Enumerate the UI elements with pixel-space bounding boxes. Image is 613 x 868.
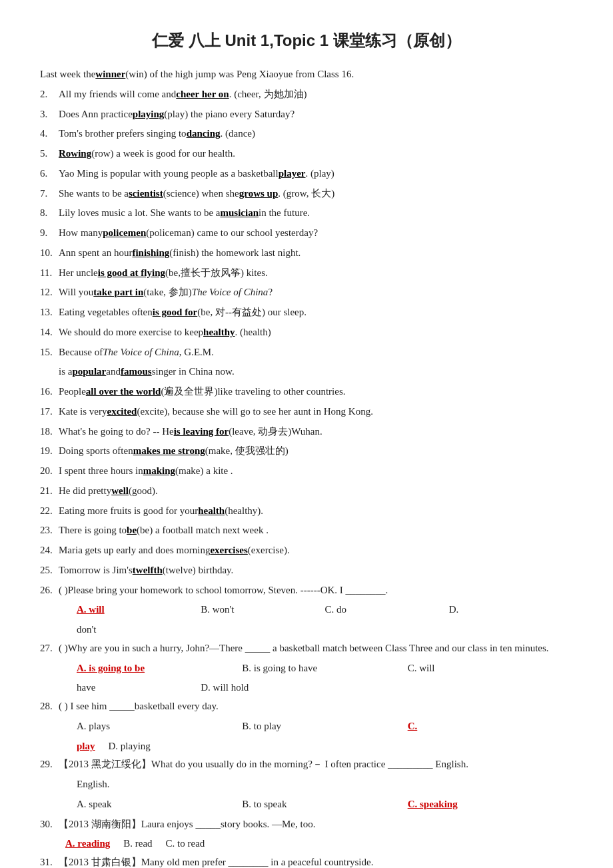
line-7: 7. She wants to be a scientist (science)… — [40, 185, 573, 203]
line-19: 19. Doing sports often makes me strong (… — [40, 442, 573, 461]
exercise-content: Last week the winner (win) of the high j… — [40, 65, 573, 868]
choice-28a: A. plays — [77, 717, 242, 736]
line-25: 25. Tomorrow is Jim's twelfth (twelve) b… — [40, 561, 573, 580]
choice-26d: D. — [449, 601, 573, 619]
line-2: 2. All my friends will come and cheer he… — [40, 85, 573, 104]
intro-text-after: (win) of the high jump was Peng Xiaoyue … — [125, 65, 354, 84]
q29-choices: A. speak B. to speak C. speaking — [40, 795, 573, 814]
line-29: 29. 【2013 黑龙江绥化】What do you usually do i… — [40, 755, 573, 774]
intro-line: Last week the winner (win) of the high j… — [40, 65, 573, 84]
line-9: 9. How many policemen (policeman) came t… — [40, 224, 573, 243]
q26-extra: don't — [40, 621, 573, 639]
line-26: 26. ( )Please bring your homework to sch… — [40, 581, 573, 600]
line-15b: is a popular and famous singer in China … — [59, 363, 573, 381]
q30-choices: A. reading B. read C. to read — [40, 835, 573, 853]
line-22: 22. Eating more fruits is good for your … — [40, 502, 573, 521]
line-28: 28. ( ) I see him _____basketball every … — [40, 697, 573, 716]
choice-26c: C. do — [325, 601, 449, 619]
q29-extra-text: English. — [40, 775, 573, 794]
line-11: 11. Her uncle is good at flying (be,擅长于放… — [40, 264, 573, 283]
line-3: 3. Does Ann practice playing (play) the … — [40, 105, 573, 124]
line-8: 8. Lily loves music a lot. She wants to … — [40, 204, 573, 223]
choice-29c: C. speaking — [408, 795, 573, 814]
line-31: 31. 【2013 甘肃白银】Many old men prefer _____… — [40, 853, 573, 868]
line-5: 5. Rowing (row) a week is good for our h… — [40, 145, 573, 163]
choice-29b: B. to speak — [242, 795, 407, 814]
line-24: 24. Maria gets up early and does morning… — [40, 541, 573, 560]
line-21: 21. He did pretty well (good). — [40, 482, 573, 501]
line-16: 16. People all over the world (遍及全世界)lik… — [40, 383, 573, 401]
choice-30a: A. reading — [65, 835, 110, 853]
choice-28c: C. — [408, 717, 573, 736]
q27-extra-row: have D. will hold — [40, 679, 573, 697]
choice-26b: B. won't — [201, 601, 324, 619]
line-10: 10. Ann spent an hour finishing (finish)… — [40, 244, 573, 263]
line-6: 6. Yao Ming is popular with young people… — [40, 165, 573, 183]
line-4: 4. Tom's brother prefers singing to danc… — [40, 125, 573, 143]
answer-winner: winner — [95, 65, 125, 84]
choice-27b: B. is going to have — [242, 659, 407, 678]
line-18: 18. What's he going to do? -- He is leav… — [40, 423, 573, 441]
choice-30c: C. to read — [166, 835, 205, 853]
intro-text-before: Last week the — [40, 65, 95, 84]
choice-30b: B. read — [123, 835, 152, 853]
line-23: 23. There is going to be (be) a football… — [40, 521, 573, 540]
q26-choices: A. will B. won't C. do D. — [40, 601, 573, 619]
q27-choices: A. is going to be B. is going to have C.… — [40, 659, 573, 678]
line-20: 20. I spent three hours in making (make)… — [40, 462, 573, 481]
q28-choices: A. plays B. to play C. — [40, 717, 573, 736]
line-15a: 15. Because of The Voice of China , G.E.… — [40, 343, 573, 362]
line-14: 14. We should do more exercise to keep h… — [40, 323, 573, 342]
q28-extra: play D. playing — [40, 737, 573, 756]
line-17: 17. Kate is very excited (excite), becau… — [40, 403, 573, 421]
choice-27c: C. will — [408, 659, 573, 678]
choice-26a: A. will — [77, 601, 201, 619]
line-30: 30. 【2013 湖南衡阳】Laura enjoys _____story b… — [40, 815, 573, 834]
choice-28b: B. to play — [242, 717, 407, 736]
page-title: 仁爱 八上 Unit 1,Topic 1 课堂练习（原创） — [40, 27, 573, 55]
choice-27a: A. is going to be — [77, 659, 242, 678]
line-13: 13. Eating vegetables often is good for … — [40, 303, 573, 322]
line-27: 27. ( )Why are you in such a hurry, John… — [40, 639, 573, 658]
choice-29a: A. speak — [77, 795, 242, 814]
line-12: 12. Will you take part in (take, 参加) The… — [40, 283, 573, 302]
